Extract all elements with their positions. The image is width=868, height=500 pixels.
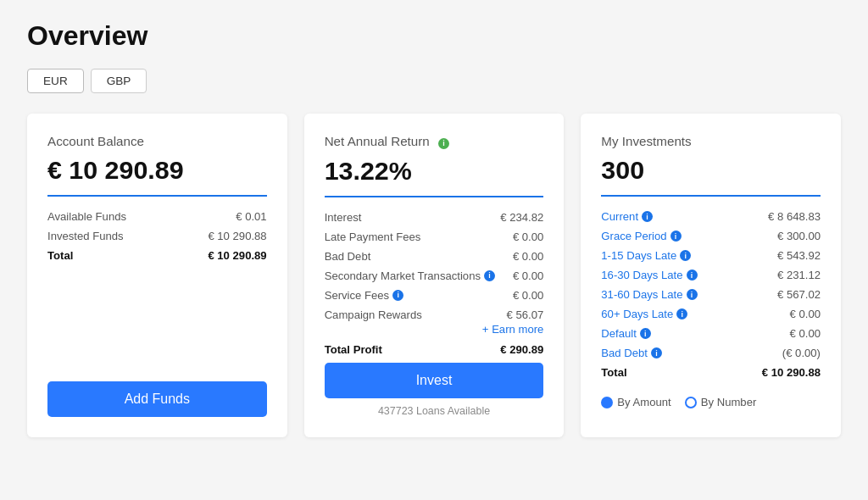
loans-available-text: 437723 Loans Available <box>325 405 544 417</box>
cards-container: Account Balance € 10 290.89 Available Fu… <box>27 114 841 437</box>
60-plus-days-late-row: 60+ Days Late i € 0.00 <box>601 308 821 320</box>
available-funds-value: € 0.01 <box>236 210 266 223</box>
bad-debt-label: Bad Debt <box>325 250 371 263</box>
bad-debt-row: Bad Debt € 0.00 <box>325 250 544 263</box>
16-30-days-late-label: 16-30 Days Late i <box>601 269 697 281</box>
campaign-rewards-label: Campaign Rewards <box>325 308 422 321</box>
by-number-label: By Number <box>701 396 757 408</box>
grace-period-info-icon[interactable]: i <box>670 231 682 242</box>
current-info-icon[interactable]: i <box>642 211 653 222</box>
my-investments-divider <box>601 195 821 197</box>
31-60-days-late-row: 31-60 Days Late i € 567.02 <box>601 288 821 301</box>
add-funds-button[interactable]: Add Funds <box>47 381 267 417</box>
total-profit-label: Total Profit <box>325 343 382 356</box>
nar-label: Net Annual Return i <box>325 134 544 149</box>
account-balance-divider <box>47 195 267 197</box>
investments-total-value: € 10 290.88 <box>762 366 821 379</box>
16-30-days-late-row: 16-30 Days Late i € 231.12 <box>601 269 821 281</box>
service-fees-label: Service Fees i <box>325 289 404 302</box>
earn-more-link[interactable]: + Earn more <box>482 323 544 336</box>
total-label: Total <box>47 249 73 262</box>
secondary-market-row: Secondary Market Transactions i € 0.00 <box>325 269 544 282</box>
investments-bad-debt-label: Bad Debt i <box>601 347 662 359</box>
secondary-market-label: Secondary Market Transactions i <box>325 269 495 282</box>
by-number-option[interactable]: By Number <box>685 396 757 408</box>
account-balance-card: Account Balance € 10 290.89 Available Fu… <box>27 114 287 437</box>
1-15-days-late-label: 1-15 Days Late i <box>601 249 691 262</box>
account-balance-label: Account Balance <box>47 134 267 148</box>
available-funds-label: Available Funds <box>47 210 126 223</box>
invest-button[interactable]: Invest <box>325 363 544 398</box>
eur-button[interactable]: EUR <box>27 69 84 93</box>
late-payment-fees-value: € 0.00 <box>513 231 543 243</box>
available-funds-row: Available Funds € 0.01 <box>47 210 267 223</box>
current-row: Current i € 8 648.83 <box>601 210 821 223</box>
interest-label: Interest <box>325 211 362 224</box>
campaign-rewards-row: Campaign Rewards € 56.07 + Earn more <box>325 308 544 336</box>
net-annual-return-card: Net Annual Return i 13.22% Interest € 23… <box>304 114 565 437</box>
my-investments-label: My Investments <box>601 134 821 148</box>
default-value: € 0.00 <box>790 327 821 340</box>
default-label: Default i <box>601 327 651 340</box>
interest-row: Interest € 234.82 <box>325 211 544 224</box>
account-balance-value: € 10 290.89 <box>47 155 267 185</box>
nar-divider <box>325 196 544 197</box>
secondary-market-value: € 0.00 <box>513 269 543 282</box>
service-fees-info-icon[interactable]: i <box>392 290 403 301</box>
late-payment-fees-label: Late Payment Fees <box>325 231 421 243</box>
service-fees-row: Service Fees i € 0.00 <box>325 289 544 302</box>
60-plus-days-late-value: € 0.00 <box>790 308 821 320</box>
nar-value: 13.22% <box>325 156 544 186</box>
invested-funds-row: Invested Funds € 10 290.88 <box>47 230 267 242</box>
investments-bad-debt-value: (€ 0.00) <box>782 347 821 359</box>
current-label: Current i <box>601 210 653 223</box>
31-60-days-late-label: 31-60 Days Late i <box>601 288 697 301</box>
interest-value: € 234.82 <box>500 211 543 224</box>
by-amount-option[interactable]: By Amount <box>601 396 670 408</box>
total-profit-value: € 290.89 <box>500 343 543 356</box>
currency-selector: EUR GBP <box>27 69 841 93</box>
16-30-days-info-icon[interactable]: i <box>687 269 698 281</box>
service-fees-value: € 0.00 <box>513 289 543 302</box>
total-row: Total € 10 290.89 <box>47 249 267 262</box>
my-investments-card: My Investments 300 Current i € 8 648.83 … <box>581 114 841 437</box>
by-number-radio[interactable] <box>685 397 697 408</box>
invested-funds-value: € 10 290.88 <box>208 230 266 242</box>
default-row: Default i € 0.00 <box>601 327 821 340</box>
total-profit-row: Total Profit € 290.89 <box>325 343 544 356</box>
investments-bad-debt-info-icon[interactable]: i <box>651 347 662 358</box>
invested-funds-label: Invested Funds <box>47 230 124 242</box>
total-value: € 10 290.89 <box>208 249 266 262</box>
grace-period-value: € 300.00 <box>777 230 821 242</box>
31-60-days-late-value: € 567.02 <box>777 288 821 301</box>
campaign-rewards-value: € 56.07 <box>507 308 544 321</box>
31-60-days-info-icon[interactable]: i <box>687 289 698 300</box>
my-investments-value: 300 <box>601 155 821 185</box>
1-15-days-late-value: € 543.92 <box>777 249 821 262</box>
1-15-days-late-row: 1-15 Days Late i € 543.92 <box>601 249 821 262</box>
investments-total-label: Total <box>601 366 626 379</box>
60-plus-days-late-label: 60+ Days Late i <box>601 308 687 320</box>
view-toggle: By Amount By Number <box>601 396 821 408</box>
gbp-button[interactable]: GBP <box>91 69 147 93</box>
late-payment-fees-row: Late Payment Fees € 0.00 <box>325 231 544 243</box>
current-value: € 8 648.83 <box>768 210 821 223</box>
16-30-days-late-value: € 231.12 <box>777 269 821 281</box>
bad-debt-value: € 0.00 <box>513 250 543 263</box>
1-15-days-info-icon[interactable]: i <box>680 250 691 261</box>
by-amount-radio[interactable] <box>601 397 613 408</box>
default-info-icon[interactable]: i <box>640 328 651 339</box>
investments-bad-debt-row: Bad Debt i (€ 0.00) <box>601 347 821 359</box>
page-title: Overview <box>27 20 841 52</box>
by-amount-label: By Amount <box>617 396 670 408</box>
secondary-market-info-icon[interactable]: i <box>484 270 495 281</box>
nar-info-icon[interactable]: i <box>438 138 449 149</box>
60-plus-days-info-icon[interactable]: i <box>676 308 687 319</box>
investments-total-row: Total € 10 290.88 <box>601 366 821 379</box>
grace-period-row: Grace Period i € 300.00 <box>601 230 821 242</box>
grace-period-label: Grace Period i <box>601 230 681 242</box>
